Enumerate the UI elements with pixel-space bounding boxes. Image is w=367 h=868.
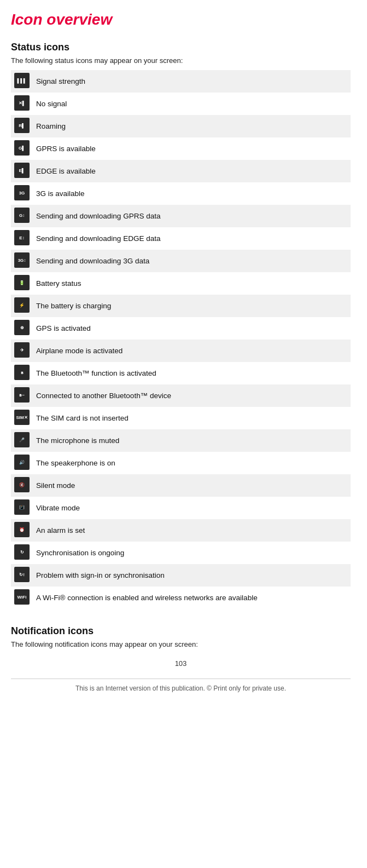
icon-cell-mic-muted: 🎤 xyxy=(11,429,33,452)
icon-label-roaming: Roaming xyxy=(33,115,351,137)
icon-label-no-signal: No signal xyxy=(33,93,351,115)
icon-cell-silent-mode: 🔇 xyxy=(11,474,33,497)
icon-label-speakerphone-on: The speakerphone is on xyxy=(33,452,351,474)
icon-label-silent-mode: Silent mode xyxy=(33,474,351,497)
roaming-icon: R▌ xyxy=(14,118,30,133)
icon-cell-3g-available: 3G xyxy=(11,182,33,205)
icon-cell-bluetooth-connected: ʙ~ xyxy=(11,384,33,407)
table-row: 3G3G is available xyxy=(11,182,351,205)
icon-cell-no-signal: ✕▌ xyxy=(11,93,33,115)
bluetooth-connected-icon: ʙ~ xyxy=(14,387,30,403)
sync-ongoing-icon: ↻ xyxy=(14,544,30,560)
page-number: 103 xyxy=(11,659,351,668)
icon-label-sync-problem: Problem with sign-in or synchronisation xyxy=(33,564,351,587)
icon-label-gprs-sending: Sending and downloading GPRS data xyxy=(33,205,351,227)
gprs-available-icon: G▌ xyxy=(14,140,30,156)
edge-sending-icon: E↕ xyxy=(14,230,30,245)
wifi-available-icon: WiFi xyxy=(14,589,30,605)
icon-cell-sync-problem: ↻! xyxy=(11,564,33,587)
table-row: E↕Sending and downloading EDGE data xyxy=(11,227,351,250)
table-row: ↻!Problem with sign-in or synchronisatio… xyxy=(11,564,351,587)
icon-label-alarm-set: An alarm is set xyxy=(33,519,351,542)
airplane-mode-icon: ✈ xyxy=(14,342,30,358)
icon-cell-battery-charging: ⚡ xyxy=(11,295,33,317)
icon-label-gps-activated: GPS is activated xyxy=(33,317,351,340)
icon-label-sync-ongoing: Synchronisation is ongoing xyxy=(33,542,351,564)
mic-muted-icon: 🎤 xyxy=(14,432,30,447)
table-row: ⚡The battery is charging xyxy=(11,295,351,317)
no-signal-icon: ✕▌ xyxy=(14,95,30,111)
icon-label-battery-status: Battery status xyxy=(33,272,351,295)
icon-cell-speakerphone-on: 🔊 xyxy=(11,452,33,474)
table-row: 🔇Silent mode xyxy=(11,474,351,497)
icon-cell-gprs-sending: G↕ xyxy=(11,205,33,227)
icon-cell-gprs-available: G▌ xyxy=(11,137,33,160)
bluetooth-activated-icon: ʙ xyxy=(14,365,30,380)
table-row: G↕Sending and downloading GPRS data xyxy=(11,205,351,227)
table-row: ✕▌No signal xyxy=(11,93,351,115)
table-row: R▌Roaming xyxy=(11,115,351,137)
table-row: E▌EDGE is available xyxy=(11,160,351,182)
edge-available-icon: E▌ xyxy=(14,163,30,178)
status-icons-table: ▌▌▌Signal strength✕▌No signalR▌RoamingG▌… xyxy=(11,70,351,609)
table-row: G▌GPRS is available xyxy=(11,137,351,160)
silent-mode-icon: 🔇 xyxy=(14,477,30,492)
icon-label-airplane-mode: Airplane mode is activated xyxy=(33,340,351,362)
table-row: SIM✕The SIM card is not inserted xyxy=(11,407,351,429)
icon-label-3g-sending: Sending and downloading 3G data xyxy=(33,250,351,272)
icon-cell-gps-activated: ⊕ xyxy=(11,317,33,340)
table-row: ⏰An alarm is set xyxy=(11,519,351,542)
3g-sending-icon: 3G↕ xyxy=(14,252,30,268)
icon-label-wifi-available: A Wi-Fi® connection is enabled and wirel… xyxy=(33,587,351,609)
table-row: 🎤The microphone is muted xyxy=(11,429,351,452)
page-title: Icon overview xyxy=(11,11,351,28)
icon-cell-edge-available: E▌ xyxy=(11,160,33,182)
icon-label-sim-not-inserted: The SIM card is not inserted xyxy=(33,407,351,429)
icon-label-gprs-available: GPRS is available xyxy=(33,137,351,160)
sim-not-inserted-icon: SIM✕ xyxy=(14,410,30,425)
icon-label-edge-sending: Sending and downloading EDGE data xyxy=(33,227,351,250)
icon-label-battery-charging: The battery is charging xyxy=(33,295,351,317)
icon-label-edge-available: EDGE is available xyxy=(33,160,351,182)
icon-cell-airplane-mode: ✈ xyxy=(11,340,33,362)
icon-label-mic-muted: The microphone is muted xyxy=(33,429,351,452)
icon-cell-wifi-available: WiFi xyxy=(11,587,33,609)
alarm-set-icon: ⏰ xyxy=(14,522,30,537)
icon-cell-battery-status: 🔋 xyxy=(11,272,33,295)
table-row: ʙ~Connected to another Bluetooth™ device xyxy=(11,384,351,407)
icon-cell-vibrate-mode: 📳 xyxy=(11,497,33,519)
table-row: 3G↕Sending and downloading 3G data xyxy=(11,250,351,272)
signal-strength-icon: ▌▌▌ xyxy=(14,73,30,88)
icon-cell-bluetooth-activated: ʙ xyxy=(11,362,33,384)
notification-icons-subtitle: The following notification icons may app… xyxy=(11,640,351,648)
footer-text: This is an Internet version of this publ… xyxy=(11,679,351,692)
icon-cell-roaming: R▌ xyxy=(11,115,33,137)
battery-status-icon: 🔋 xyxy=(14,275,30,290)
gprs-sending-icon: G↕ xyxy=(14,208,30,223)
battery-charging-icon: ⚡ xyxy=(14,297,30,313)
icon-label-signal-strength: Signal strength xyxy=(33,70,351,93)
icon-cell-sync-ongoing: ↻ xyxy=(11,542,33,564)
icon-cell-signal-strength: ▌▌▌ xyxy=(11,70,33,93)
vibrate-mode-icon: 📳 xyxy=(14,499,30,515)
table-row: ʙThe Bluetooth™ function is activated xyxy=(11,362,351,384)
table-row: 📳Vibrate mode xyxy=(11,497,351,519)
speakerphone-on-icon: 🔊 xyxy=(14,455,30,470)
table-row: ✈Airplane mode is activated xyxy=(11,340,351,362)
icon-label-bluetooth-connected: Connected to another Bluetooth™ device xyxy=(33,384,351,407)
gps-activated-icon: ⊕ xyxy=(14,320,30,335)
icon-label-vibrate-mode: Vibrate mode xyxy=(33,497,351,519)
sync-problem-icon: ↻! xyxy=(14,567,30,582)
table-row: 🔊The speakerphone is on xyxy=(11,452,351,474)
icon-cell-sim-not-inserted: SIM✕ xyxy=(11,407,33,429)
icon-label-bluetooth-activated: The Bluetooth™ function is activated xyxy=(33,362,351,384)
status-icons-heading: Status icons xyxy=(11,42,351,53)
table-row: 🔋Battery status xyxy=(11,272,351,295)
status-icons-subtitle: The following status icons may appear on… xyxy=(11,56,351,65)
icon-cell-3g-sending: 3G↕ xyxy=(11,250,33,272)
icon-cell-alarm-set: ⏰ xyxy=(11,519,33,542)
notification-icons-heading: Notification icons xyxy=(11,625,351,637)
table-row: ↻Synchronisation is ongoing xyxy=(11,542,351,564)
icon-cell-edge-sending: E↕ xyxy=(11,227,33,250)
3g-available-icon: 3G xyxy=(14,185,30,200)
